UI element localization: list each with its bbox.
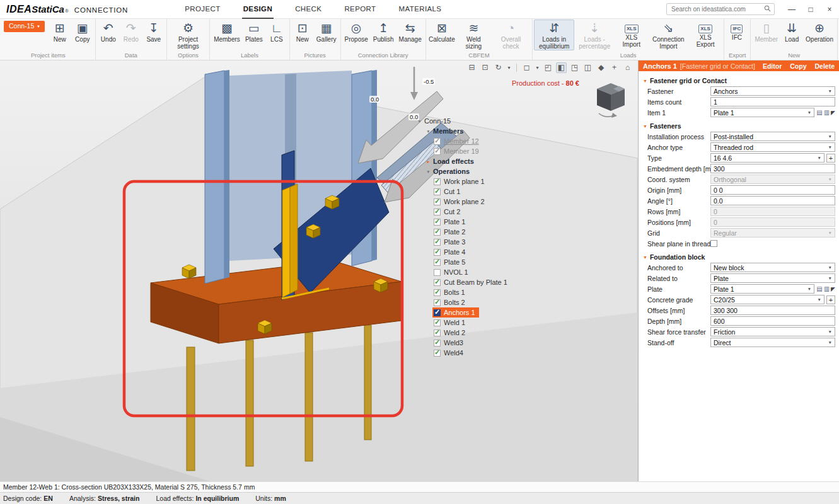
new-operation-button[interactable]: ⊕ Operation — [803, 20, 836, 50]
close-button[interactable]: × — [820, 0, 839, 18]
fit-view-icon[interactable]: ⊡ — [480, 62, 490, 73]
loads-percentage-toggle[interactable]: ⇣ Loads - percentage — [574, 20, 615, 50]
plate-list-icon[interactable]: ▤ — [816, 285, 822, 292]
overall-check-button[interactable]: ◔ Overall check — [491, 20, 531, 50]
redo-button[interactable]: ↷ Redo — [120, 20, 142, 50]
tree-checkbox[interactable]: ✓ — [434, 219, 441, 226]
tree-item-work-plane-2[interactable]: ✓ Work plane 2 — [432, 197, 489, 207]
copy-project-item-button[interactable]: ▣ Copy — [71, 20, 94, 50]
ifc-export-button[interactable]: IFC IFC — [726, 20, 748, 50]
new-project-item-button[interactable]: ⊞ New — [49, 20, 71, 50]
tree-checkbox[interactable]: ✓ — [434, 229, 441, 236]
panel-section-header[interactable]: ▼ Fastener grid or Contact — [639, 77, 839, 84]
measure-icon[interactable]: ⊟ — [466, 62, 477, 73]
view-front-icon[interactable]: ◰ — [543, 62, 553, 73]
tree-checkbox[interactable]: ✓ — [434, 299, 441, 306]
angle-input[interactable]: 0.0 — [710, 196, 835, 205]
grid-select[interactable]: Regular▼ — [710, 228, 835, 238]
tree-group-operations[interactable]: ▾ Operations — [424, 166, 473, 176]
menu-tab-project[interactable]: PROJECT — [183, 0, 221, 19]
menu-tab-design[interactable]: DESIGN — [242, 0, 274, 19]
labels-members-toggle[interactable]: ▩ Members — [211, 20, 243, 50]
pick-cursor-icon[interactable]: ◤ — [831, 110, 835, 116]
new-member-button[interactable]: ▯ Member — [752, 20, 780, 50]
tree-group-members[interactable]: ▾ Members — [424, 126, 467, 136]
new-load-button[interactable]: ⇊ Load — [780, 20, 803, 50]
tree-checkbox[interactable]: ✓ — [434, 148, 441, 155]
new-picture-button[interactable]: ⊡ New — [291, 20, 314, 50]
tree-item-plate-1[interactable]: ✓ Plate 1 — [432, 217, 469, 227]
tree-checkbox[interactable]: ✓ — [434, 209, 441, 215]
undo-button[interactable]: ↶ Undo — [97, 20, 120, 50]
tree-checkbox[interactable]: ✓ — [434, 350, 441, 357]
offsets-input[interactable]: 300 300 — [710, 306, 835, 315]
view-cube[interactable] — [594, 81, 628, 118]
tree-item-weld-1[interactable]: ✓ Weld 1 — [432, 318, 469, 328]
tree-checkbox[interactable]: ✓ — [434, 188, 441, 195]
tree-item-plate-3[interactable]: ✓ Plate 3 — [432, 237, 469, 247]
anchor-size-select[interactable]: 16 4.6▼ — [710, 153, 825, 163]
editor-button[interactable]: Editor — [763, 62, 782, 70]
anchored-to-select[interactable]: New block▼ — [710, 263, 835, 272]
search-box[interactable] — [666, 3, 775, 15]
tree-chevron-icon[interactable]: ▸ — [425, 159, 432, 164]
tree-checkbox[interactable]: ✓ — [434, 138, 441, 145]
tree-checkbox[interactable]: ✓ — [434, 178, 441, 185]
tree-item-conn-15[interactable]: ▾ Conn-15 — [415, 116, 454, 126]
tree-checkbox[interactable]: ✓ — [434, 319, 441, 326]
tree-checkbox[interactable]: ✓ — [434, 340, 441, 346]
concrete-grade-select[interactable]: C20/25▼ — [710, 295, 825, 304]
manage-button[interactable]: ⇆ Manage — [396, 20, 424, 50]
positions-input[interactable]: 0 — [710, 217, 835, 227]
menu-tab-materials[interactable]: MATERIALS — [398, 0, 443, 19]
stand-off-select[interactable]: Direct▼ — [710, 338, 835, 347]
orbit-options-chevron[interactable]: ▾ — [506, 62, 512, 73]
calculate-button[interactable]: ⊠ Calculate — [427, 20, 456, 50]
menu-tab-check[interactable]: CHECK — [294, 0, 323, 19]
embedment-depth-input[interactable]: 300 — [710, 164, 835, 173]
tree-item-cut-beam-by-plate-1[interactable]: ✓ Cut Beam by Plate 1 — [432, 277, 511, 287]
tree-item-anchors-1[interactable]: ✓ Anchors 1 — [432, 307, 479, 318]
fastener-select[interactable]: Anchors▼ — [710, 86, 835, 96]
tree-item-plate-4[interactable]: ✓ Plate 4 — [432, 247, 469, 257]
items-count-input[interactable]: 1 — [710, 97, 835, 106]
tree-item-member-12[interactable]: ✓ Member 12 — [432, 136, 483, 146]
tree-chevron-icon[interactable]: ▾ — [425, 169, 432, 175]
propose-button[interactable]: ◎ Propose — [342, 20, 371, 50]
project-settings-button[interactable]: ⚙ Project settings — [168, 20, 208, 50]
add-button[interactable]: + — [826, 295, 835, 304]
tree-item-plate-2[interactable]: ✓ Plate 2 — [432, 227, 469, 237]
item-1-select[interactable]: Plate 1▼ — [710, 108, 814, 117]
tree-checkbox[interactable]: ✓ — [434, 279, 441, 286]
shear-plane-checkbox[interactable] — [710, 240, 717, 247]
search-input[interactable] — [670, 5, 764, 13]
related-to-select[interactable]: Plate▼ — [710, 273, 835, 283]
selection-options-chevron[interactable]: ▾ — [535, 62, 540, 73]
tree-item-cut-1[interactable]: ✓ Cut 1 — [432, 186, 464, 197]
3d-viewport[interactable]: ⊟ ⊡ ↻ ▾ ◻ ▾ ◰ — [0, 60, 638, 481]
orbit-icon[interactable]: ↻ — [493, 62, 504, 73]
coord-system-select[interactable]: Orthogonal▼ — [710, 175, 835, 184]
rows-input[interactable]: 0 — [710, 207, 835, 216]
view-shaded-icon[interactable]: ◧ — [556, 62, 567, 73]
home-view-icon[interactable]: ⌂ — [622, 62, 633, 73]
loads-in-equilibrium-toggle[interactable]: ⇵ Loads in equilibrium — [534, 20, 574, 50]
plate-solid-icon[interactable]: ▥ — [824, 109, 830, 116]
add-button[interactable]: + — [826, 154, 835, 163]
gallery-button[interactable]: ▦ Gallery — [314, 20, 339, 50]
tree-checkbox[interactable]: ✓ — [434, 239, 441, 246]
view-wireframe-icon[interactable]: ◳ — [569, 62, 580, 73]
minimize-button[interactable]: — — [782, 0, 801, 18]
menu-tab-report[interactable]: REPORT — [343, 0, 377, 19]
connection-selector[interactable]: Conn-15 ▾ — [4, 21, 45, 32]
tree-item-work-plane-1[interactable]: ✓ Work plane 1 — [432, 176, 489, 186]
plate-list-icon[interactable]: ▤ — [816, 109, 822, 116]
tree-chevron-icon[interactable]: ▾ — [425, 129, 432, 134]
depth-input[interactable]: 600 — [710, 316, 835, 326]
maximize-button[interactable]: □ — [801, 0, 820, 18]
tree-checkbox[interactable]: ✓ — [434, 198, 441, 205]
publish-button[interactable]: ↥ Publish — [371, 20, 396, 50]
tree-item-nvol-1[interactable]: NVOL 1 — [432, 267, 472, 277]
origin-input[interactable]: 0 0 — [710, 185, 835, 195]
tree-item-bolts-1[interactable]: ✓ Bolts 1 — [432, 287, 469, 297]
